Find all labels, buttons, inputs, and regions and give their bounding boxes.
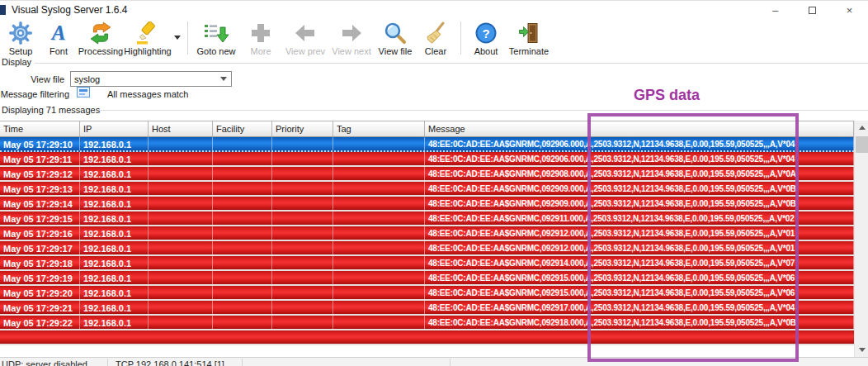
about-button[interactable]: ? About <box>466 19 506 59</box>
processing-arrows-icon <box>89 21 112 45</box>
table-cell <box>333 286 425 299</box>
table-cell <box>213 256 272 269</box>
terminate-button[interactable]: Terminate <box>506 19 552 59</box>
toolbar-label: Font <box>50 46 68 56</box>
table-row[interactable]: May 05 17:29:22192.168.0.148:EE:0C:AD:EE… <box>0 316 854 330</box>
table-row[interactable]: May 05 17:29:16192.168.0.148:EE:0C:AD:EE… <box>0 226 854 241</box>
font-icon: A <box>52 21 66 45</box>
toolbar-label: Highlighting <box>124 46 171 56</box>
toolbar-label: Clear <box>425 46 446 56</box>
highlighting-button[interactable]: Highlighting <box>124 19 172 59</box>
table-cell: May 05 17:29:11 <box>0 152 80 165</box>
table-cell <box>149 301 213 314</box>
table-cell <box>149 212 213 225</box>
table-cell: 48:EE:0C:AD:EE:AA$GNRMC,092909.000,A,250… <box>425 197 854 210</box>
column-header-tag[interactable]: Tag <box>333 121 425 136</box>
table-cell: May 05 17:29:14 <box>0 197 80 210</box>
table-cell: 192.168.0.1 <box>80 167 149 180</box>
column-header-ip[interactable]: IP <box>80 121 149 136</box>
table-cell: 48:EE:0C:AD:EE:AA$GNRMC,092914.000,A,250… <box>425 256 854 269</box>
table-cell <box>213 286 272 299</box>
table-row[interactable]: May 05 17:29:10192.168.0.148:EE:0C:AD:EE… <box>0 137 854 152</box>
table-row[interactable]: May 05 17:29:20192.168.0.148:EE:0C:AD:EE… <box>0 286 854 301</box>
magnifier-icon <box>384 21 407 45</box>
column-header-time[interactable]: Time <box>0 121 80 136</box>
font-button[interactable]: A Font <box>40 19 78 59</box>
table-row[interactable]: May 05 17:29:14192.168.0.148:EE:0C:AD:EE… <box>0 197 854 212</box>
table-cell: 192.168.0.1 <box>80 241 149 254</box>
table-cell: 192.168.0.1 <box>80 152 149 165</box>
scroll-up-icon[interactable] <box>855 121 868 135</box>
table-cell: May 05 17:29:10 <box>0 137 80 150</box>
table-cell <box>213 182 272 195</box>
table-cell <box>149 256 213 269</box>
table-cell: May 05 17:29:19 <box>0 271 80 284</box>
column-header-priority[interactable]: Priority <box>272 121 333 136</box>
table-cell <box>333 316 425 329</box>
view-file-button[interactable]: View file <box>375 19 416 59</box>
goto-new-icon <box>204 21 229 45</box>
vertical-scrollbar[interactable] <box>854 121 868 357</box>
minimize-button[interactable]: – <box>757 1 794 19</box>
scrollbar-thumb[interactable] <box>856 136 868 153</box>
column-header-host[interactable]: Host <box>149 121 213 136</box>
column-header-message[interactable]: Message <box>425 121 854 136</box>
table-row[interactable]: May 05 17:29:13192.168.0.148:EE:0C:AD:EE… <box>0 182 854 197</box>
table-cell: 192.168.0.1 <box>80 316 149 329</box>
table-cell <box>272 226 333 240</box>
column-header-facility[interactable]: Facility <box>213 121 272 136</box>
processing-button[interactable]: Processing <box>78 19 124 59</box>
view-file-combobox[interactable]: syslog <box>70 71 232 87</box>
goto-new-button[interactable]: Goto new <box>193 19 239 59</box>
table-row-partial <box>0 330 854 345</box>
table-cell: 48:EE:0C:AD:EE:AA$GNRMC,092918.000,A,250… <box>425 316 854 329</box>
scroll-down-icon[interactable] <box>855 343 868 357</box>
table-cell <box>272 197 333 210</box>
clear-button[interactable]: Clear <box>416 19 455 59</box>
status-divider <box>450 359 451 366</box>
table-cell: 48:EE:0C:AD:EE:AA$GNRMC,092915.000,A,250… <box>425 271 854 284</box>
table-cell <box>333 137 425 150</box>
table-header: Time IP Host Facility Priority Tag Messa… <box>0 121 854 137</box>
message-filtering-label: Message filtering <box>0 89 69 99</box>
table-cell: 192.168.0.1 <box>80 226 149 240</box>
close-button[interactable]: × <box>831 1 868 19</box>
window-title: Visual Syslog Server 1.6.4 <box>12 4 128 16</box>
table-cell <box>333 182 425 195</box>
table-cell <box>149 182 213 195</box>
highlighting-dropdown-arrow[interactable] <box>174 36 181 40</box>
setup-button[interactable]: Setup <box>2 19 40 59</box>
table-row[interactable]: May 05 17:29:21192.168.0.148:EE:0C:AD:EE… <box>0 301 854 316</box>
broom-icon <box>424 21 447 45</box>
table-cell <box>213 226 272 240</box>
exit-door-icon <box>517 21 540 45</box>
table-row[interactable]: May 05 17:29:12192.168.0.148:EE:0C:AD:EE… <box>0 167 854 182</box>
table-cell <box>272 271 333 284</box>
status-divider <box>242 359 243 366</box>
window-controls: – × <box>757 1 868 19</box>
arrow-left-icon <box>294 21 317 45</box>
toolbar-label: About <box>474 46 498 56</box>
table-cell <box>149 226 213 240</box>
table-cell <box>272 256 333 269</box>
table-row[interactable]: May 05 17:29:17192.168.0.148:EE:0C:AD:EE… <box>0 241 854 256</box>
table-row[interactable]: May 05 17:29:19192.168.0.148:EE:0C:AD:EE… <box>0 271 854 286</box>
table-cell: 48:EE:0C:AD:EE:AA$GNRMC,092906.000,A,250… <box>425 152 854 165</box>
question-mark-icon: ? <box>474 21 498 45</box>
chevron-down-icon <box>220 77 227 81</box>
maximize-button[interactable] <box>794 1 831 19</box>
message-filtering-icon[interactable] <box>77 87 90 97</box>
table-cell: May 05 17:29:15 <box>0 212 80 225</box>
plus-icon <box>249 21 272 45</box>
toolbar-separator <box>460 21 461 55</box>
table-cell <box>149 167 213 180</box>
table-cell <box>272 212 333 225</box>
minimize-icon: – <box>772 4 778 17</box>
table-row[interactable]: May 05 17:29:15192.168.0.148:EE:0C:AD:EE… <box>0 212 854 226</box>
table-cell: May 05 17:29:21 <box>0 301 80 314</box>
table-row[interactable]: May 05 17:29:18192.168.0.148:EE:0C:AD:EE… <box>0 256 854 271</box>
table-row[interactable]: May 05 17:29:11192.168.0.148:EE:0C:AD:EE… <box>0 152 854 167</box>
more-button: More <box>239 19 282 59</box>
table-cell: 48:EE:0C:AD:EE:AA$GNRMC,092911.000,A,250… <box>425 212 854 225</box>
toolbar-label: View next <box>332 46 371 56</box>
